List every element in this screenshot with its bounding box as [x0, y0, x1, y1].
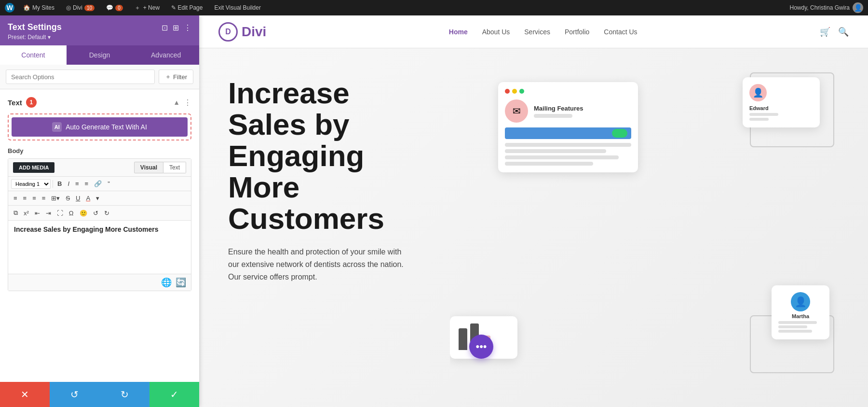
underline-button[interactable]: U — [73, 193, 82, 203]
text-section-header: Text 1 ▲ ⋮ — [8, 97, 191, 108]
profile-card-martha: 👤 Martha — [772, 285, 829, 339]
logo-circle: D — [218, 22, 238, 42]
text-color-button[interactable]: A — [83, 193, 93, 203]
hero-subtext: Ensure the health and protection of your… — [228, 246, 411, 283]
panel-header: Text Settings Preset: Default ▾ ⊡ ⊞ ⋮ — [0, 15, 199, 45]
nav-icons: 🛒 🔍 — [820, 27, 849, 37]
ordered-list-button[interactable]: ≡ — [82, 179, 91, 189]
home-icon: 🏠 — [23, 4, 30, 11]
bottom-action-bar: ✕ ↺ ↻ ✓ — [0, 382, 199, 407]
search-icon[interactable]: 🔍 — [838, 27, 849, 37]
search-input[interactable] — [6, 70, 155, 84]
redo-editor-button[interactable]: ↻ — [102, 208, 112, 218]
italic-button[interactable]: I — [65, 179, 72, 189]
ai-assist-icon[interactable]: 🔄 — [176, 277, 186, 288]
my-sites-menu[interactable]: 🏠 My Sites — [20, 0, 57, 15]
divi-menu[interactable]: ◎ Divi 10 — [63, 0, 97, 15]
unordered-list-button[interactable]: ≡ — [73, 179, 81, 189]
strikethrough-button[interactable]: S — [63, 193, 72, 203]
fab-button[interactable]: ••• — [469, 335, 493, 359]
editor-top-bar: ADD MEDIA Visual Text — [8, 159, 191, 177]
toggle-switch — [612, 129, 627, 138]
panel-title: Text Settings — [8, 22, 62, 32]
tab-design[interactable]: Design — [67, 45, 133, 65]
hero-text: Increase Sales by Engaging More Customer… — [228, 68, 431, 388]
hero-section: Increase Sales by Engaging More Customer… — [199, 48, 868, 407]
nav-about[interactable]: About Us — [482, 28, 510, 36]
indent-button[interactable]: ⇥ — [43, 208, 54, 218]
undo-button[interactable]: ↺ — [50, 382, 99, 407]
toolbar-row-1: Heading 1 Heading 2 Paragraph B I ≡ ≡ 🔗 … — [8, 177, 191, 191]
outdent-button[interactable]: ⇤ — [32, 208, 42, 218]
martha-line-1 — [778, 321, 817, 324]
section-badge: 1 — [26, 97, 37, 108]
special-char-button[interactable]: Ω — [67, 208, 76, 218]
cancel-icon: ✕ — [21, 389, 29, 400]
user-menu[interactable]: Howdy, Christina Gwira 👤 — [790, 2, 863, 13]
align-left-button[interactable]: ≡ — [11, 193, 20, 203]
fab-icon: ••• — [475, 340, 487, 353]
nav-home[interactable]: Home — [449, 28, 468, 36]
focus-mode-icon[interactable]: ⊡ — [162, 23, 168, 32]
exit-visual-builder-button[interactable]: Exit Visual Builder — [211, 0, 264, 15]
undo-editor-button[interactable]: ↺ — [91, 208, 101, 218]
site-logo: D Divi — [218, 22, 266, 42]
bold-button[interactable]: B — [55, 179, 64, 189]
wp-logo-icon[interactable]: W — [5, 3, 14, 13]
add-media-button[interactable]: ADD MEDIA — [13, 162, 54, 173]
toolbar-row-2: ≡ ≡ ≡ ≡ ⊞▾ S U A ▾ — [8, 191, 191, 206]
cancel-button[interactable]: ✕ — [0, 382, 50, 407]
save-button[interactable]: ✓ — [149, 382, 199, 407]
profile-lines: Edward — [749, 105, 813, 121]
tab-advanced[interactable]: Advanced — [133, 45, 199, 65]
filter-button[interactable]: ＋ Filter — [159, 70, 193, 84]
comments-menu[interactable]: 💬 0 — [103, 0, 126, 15]
line-3 — [505, 155, 619, 159]
grid-view-icon[interactable]: ⊞ — [173, 23, 179, 32]
new-button[interactable]: ＋ + New — [132, 0, 163, 15]
align-center-button[interactable]: ≡ — [21, 193, 29, 203]
panel-preset[interactable]: Preset: Default ▾ — [8, 34, 62, 41]
mail-icon: ✉ — [505, 99, 528, 123]
edit-page-button[interactable]: ✎ Edit Page — [168, 0, 205, 15]
align-right-button[interactable]: ≡ — [30, 193, 39, 203]
content-lines — [505, 143, 631, 166]
quote-button[interactable]: " — [105, 179, 112, 189]
tab-content[interactable]: Content — [0, 45, 67, 65]
editor-view-tabs: Visual Text — [134, 162, 186, 173]
ai-generate-button[interactable]: AI Auto Generate Text With AI — [12, 117, 188, 137]
superscript-button[interactable]: x² — [21, 208, 31, 218]
editor-body[interactable]: Increase Sales by Engaging More Customer… — [8, 221, 191, 274]
more-options-icon[interactable]: ⋮ — [184, 23, 191, 32]
nav-contact[interactable]: Contact Us — [604, 28, 637, 36]
nav-portfolio[interactable]: Portfolio — [565, 28, 589, 36]
redo-button[interactable]: ↻ — [100, 382, 149, 407]
mailing-text: Mailing Features — [534, 105, 583, 118]
dot-red — [505, 89, 510, 94]
table-button[interactable]: ⊞▾ — [49, 193, 62, 203]
cart-icon[interactable]: 🛒 — [820, 27, 830, 37]
link-button[interactable]: 🔗 — [92, 179, 104, 189]
mailing-row: ✉ Mailing Features — [505, 99, 631, 123]
emoji-button[interactable]: 🙂 — [77, 208, 90, 218]
visual-tab[interactable]: Visual — [134, 162, 163, 173]
wp-admin-bar: W 🏠 My Sites ◎ Divi 10 💬 0 ＋ + New ✎ Edi… — [0, 0, 868, 15]
grammar-check-icon[interactable]: 🌐 — [161, 277, 172, 288]
ai-icon: AI — [52, 122, 62, 132]
nav-services[interactable]: Services — [524, 28, 550, 36]
text-tab[interactable]: Text — [163, 162, 186, 173]
section-title: Text — [8, 98, 22, 107]
line-1 — [505, 143, 631, 147]
text-color-dropdown[interactable]: ▾ — [94, 193, 102, 203]
copy-button[interactable]: ⧉ — [11, 208, 20, 218]
section-more-button[interactable]: ⋮ — [184, 98, 191, 107]
user-avatar: 👤 — [853, 2, 863, 13]
body-label: Body — [8, 147, 191, 154]
line-4 — [505, 162, 593, 166]
heading-select[interactable]: Heading 1 Heading 2 Paragraph — [11, 179, 51, 189]
editor-content: Increase Sales by Engaging More Customer… — [14, 225, 159, 233]
text-settings-panel: Text Settings Preset: Default ▾ ⊡ ⊞ ⋮ Co… — [0, 15, 199, 407]
collapse-section-button[interactable]: ▲ — [173, 98, 180, 106]
align-justify-button[interactable]: ≡ — [40, 193, 48, 203]
fullscreen-button[interactable]: ⛶ — [54, 208, 66, 218]
